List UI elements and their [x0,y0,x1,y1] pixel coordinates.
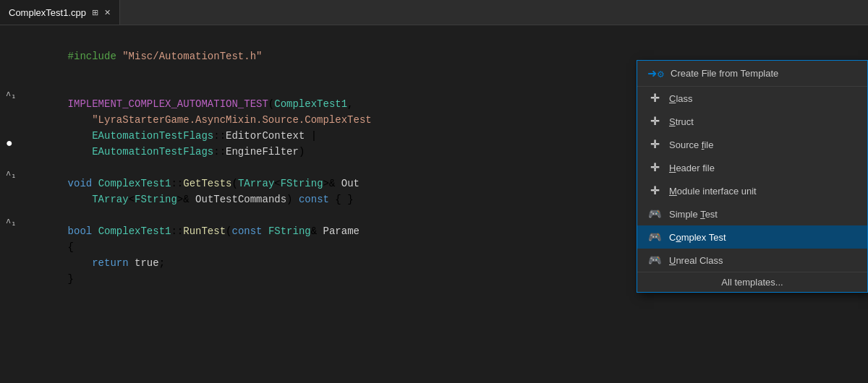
menu-item-simple-label: Simple Test [669,209,857,220]
plus-icon-class: ✛ [647,91,662,106]
menu-item-struct-label: Struct [669,116,857,127]
menu-item-struct[interactable]: ✛ Struct [637,110,867,133]
all-templates-button[interactable]: All templates... [637,272,867,292]
menu-item-header-file[interactable]: ✛ Header file [637,156,867,179]
code-editor: #include "Misc/AutomationTest.h" ^₁ IMPL… [0,25,868,383]
menu-item-class[interactable]: ✛ Class [637,87,867,110]
plus-icon-header: ✛ [647,160,662,175]
gamepad-icon-simple: 🎮 [647,207,662,221]
menu-item-unreal-class[interactable]: 🎮 Unreal Class [637,249,867,272]
tab-complextest1[interactable]: ComplexTest1.cpp ⊞ ✕ [0,0,120,25]
menu-item-module[interactable]: ✛ Module interface unit [637,179,867,202]
tab-title: ComplexTest1.cpp [9,7,86,18]
plus-icon-struct: ✛ [647,114,662,129]
fold-icon-3: ^₁ [6,215,16,231]
all-templates-label: All templates... [721,277,783,288]
dropdown-header: ➜⚙ Create File from Template [637,61,867,87]
code-line-1 [0,33,868,48]
fold-icon-2: ^₁ [6,168,16,184]
tab-bar: ComplexTest1.cpp ⊞ ✕ [0,0,868,25]
plus-icon-source: ✛ [647,137,662,152]
context-menu: ➜⚙ Create File from Template ✛ Class ✛ S… [637,60,868,293]
menu-item-simple-test[interactable]: 🎮 Simple Test [637,202,867,225]
menu-item-module-label: Module interface unit [669,186,857,197]
gamepad-icon-complex: 🎮 [647,230,662,244]
dropdown-header-label: Create File from Template [671,68,778,79]
tab-close-icon[interactable]: ✕ [104,8,111,17]
menu-item-source-label: Source file [669,139,857,150]
tab-pin-icon[interactable]: ⊞ [92,8,98,17]
menu-item-class-label: Class [669,93,857,104]
fold-icon-1: ^₁ [6,88,16,104]
menu-item-source-file[interactable]: ✛ Source file [637,133,867,156]
plus-icon-module: ✛ [647,184,662,198]
create-file-icon: ➜⚙ [647,66,665,80]
menu-item-complex-label: Complex Test [669,232,857,243]
menu-item-complex-test[interactable]: 🎮 Complex Test [637,225,867,249]
menu-item-unreal-label: Unreal Class [669,255,857,266]
gamepad-icon-unreal: 🎮 [647,253,662,267]
breakpoint-icon: ● [6,136,13,152]
menu-item-header-label: Header file [669,163,857,173]
